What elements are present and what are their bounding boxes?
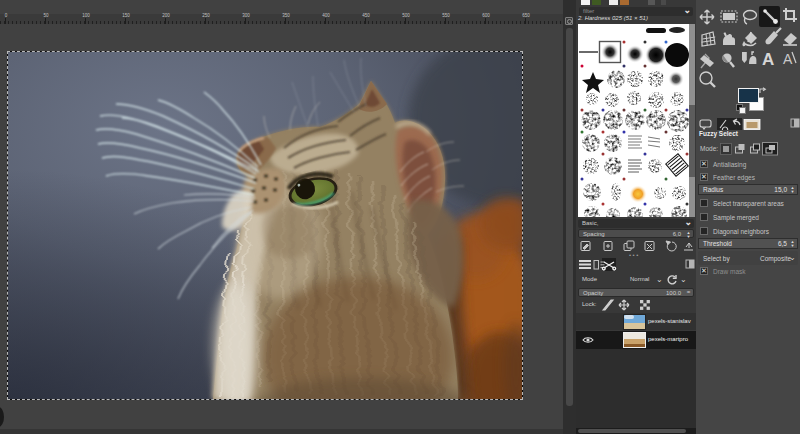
svg-text:A: A <box>762 50 774 69</box>
svg-text:A: A <box>783 51 793 67</box>
